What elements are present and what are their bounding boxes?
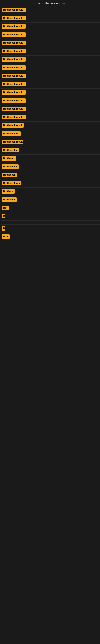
list-item: Bott <box>1 233 100 241</box>
bottleneck-badge[interactable]: Bottleneck result <box>1 32 26 37</box>
list-item: Bottleneck result <box>1 31 100 39</box>
bottleneck-badge[interactable]: Bottleneck result <box>1 8 26 12</box>
list-item <box>1 257 100 261</box>
bottleneck-badge[interactable]: Bott <box>1 234 10 239</box>
bottleneck-badge[interactable]: Bottleneck result <box>1 98 26 103</box>
bottleneck-badge[interactable]: Bottleneck result <box>1 140 23 144</box>
bottleneck-badge[interactable]: Bottleneck result <box>1 115 26 119</box>
list-item: Bottlene <box>1 154 100 163</box>
list-item <box>1 253 100 257</box>
bottleneck-badge[interactable]: Bot <box>1 206 9 210</box>
bottleneck-badge[interactable]: Bottleneck result <box>1 16 26 20</box>
bottleneck-badge[interactable]: Bottleneck res <box>1 181 21 185</box>
bottleneck-badge[interactable]: Bottleneck result <box>1 107 26 111</box>
list-item <box>1 220 100 224</box>
bottleneck-badge[interactable]: Bottleneck result <box>1 57 26 62</box>
list-item: Bottleneck result <box>1 47 100 56</box>
bottleneck-badge[interactable]: Bottleneck result <box>1 90 26 94</box>
bottleneck-badge[interactable]: Bottleneck r <box>1 164 19 169</box>
list-item: Bottleneck result <box>1 39 100 47</box>
list-item: Bottleneck result <box>1 97 100 105</box>
list-item: Bottleneck res <box>1 179 100 188</box>
bottleneck-badge[interactable]: Bottlene <box>1 156 16 160</box>
list-item: Bottleneck result <box>1 138 100 146</box>
bottleneck-badge[interactable]: Bottleneck <box>1 173 17 177</box>
list-item: Bottleneck result <box>1 64 100 72</box>
bottleneck-badge[interactable]: Bottleneck result <box>1 49 26 53</box>
list-item: Bot <box>1 204 100 212</box>
list-item: Bottlens <box>1 188 100 196</box>
list-item: B <box>1 224 100 233</box>
list-item <box>1 245 100 249</box>
items-container: Bottleneck resultBottleneck resultBottle… <box>0 6 100 269</box>
list-item: Bottleneck result <box>1 105 100 113</box>
bottleneck-badge[interactable]: Bottleneck re <box>1 132 21 136</box>
bottleneck-badge[interactable]: B <box>1 214 5 218</box>
bottleneck-badge[interactable]: Bottleneck <box>1 198 17 202</box>
bottleneck-badge[interactable]: Bottleneck r <box>1 148 19 152</box>
bottleneck-badge[interactable]: Bottlens <box>1 189 15 194</box>
list-item: Bottleneck result <box>1 56 100 64</box>
bottleneck-badge[interactable]: Bottleneck result <box>1 66 26 70</box>
bottleneck-badge[interactable]: B <box>1 226 5 231</box>
list-item: Bottleneck result <box>1 22 100 31</box>
list-item <box>1 249 100 253</box>
list-item: Bottleneck <box>1 196 100 204</box>
list-item: B <box>1 212 100 220</box>
bottleneck-badge[interactable]: Bottleneck result <box>1 123 24 128</box>
list-item: Bottleneck r <box>1 163 100 171</box>
bottleneck-badge[interactable]: Bottleneck result <box>1 24 26 28</box>
list-item: Bottleneck result <box>1 122 100 130</box>
site-title-bar: TheBottlenecker.com <box>0 0 100 6</box>
list-item <box>1 261 100 265</box>
list-item: Bottleneck <box>1 171 100 179</box>
list-item <box>1 241 100 245</box>
bottleneck-badge[interactable]: Bottleneck result <box>1 41 26 45</box>
list-item: Bottleneck result <box>1 113 100 122</box>
list-item: Bottleneck result <box>1 72 100 80</box>
list-item: Bottleneck result <box>1 88 100 97</box>
list-item: Bottleneck result <box>1 80 100 88</box>
bottleneck-badge[interactable]: Bottleneck result <box>1 74 26 78</box>
bottleneck-badge[interactable]: Bottleneck result <box>1 82 26 86</box>
list-item: Bottleneck result <box>1 6 100 14</box>
list-item: Bottleneck r <box>1 146 100 154</box>
list-item: Bottleneck re <box>1 130 100 138</box>
site-title: TheBottlenecker.com <box>0 0 100 6</box>
list-item <box>1 265 100 269</box>
list-item: Bottleneck result <box>1 14 100 22</box>
